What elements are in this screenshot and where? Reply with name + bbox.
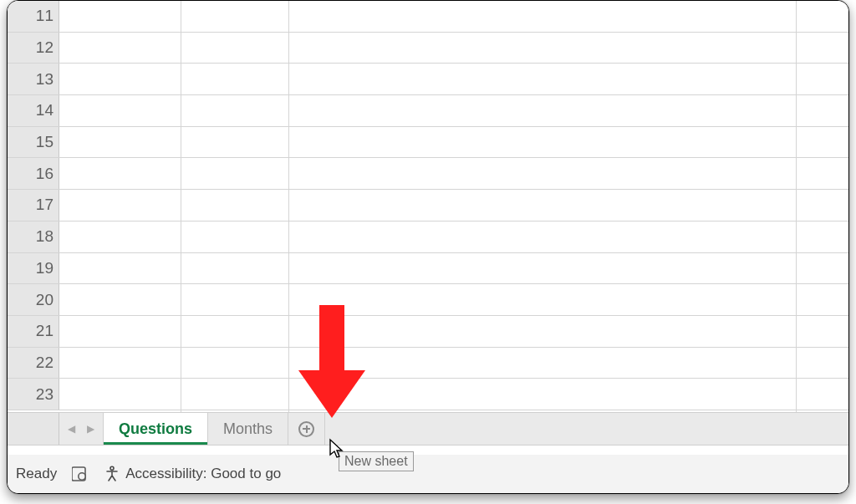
excel-window: 11121314151617181920212223 ◀ ▶ Questions…: [7, 0, 849, 494]
row-header-corner: [8, 413, 59, 445]
row-cells[interactable]: [59, 64, 848, 94]
tab-scroll-left-icon[interactable]: ◀: [68, 424, 75, 434]
sheet-tab-months[interactable]: Months: [208, 413, 288, 445]
row-header[interactable]: 21: [8, 316, 59, 347]
svg-point-1: [79, 473, 85, 480]
row-header[interactable]: 11: [8, 1, 59, 32]
row-header[interactable]: 15: [8, 127, 59, 158]
grid-row[interactable]: 12: [8, 33, 848, 64]
new-sheet-button[interactable]: [288, 413, 325, 445]
plus-icon: [298, 421, 314, 437]
accessibility-label: Accessibility: Good to go: [125, 466, 281, 482]
row-header[interactable]: 12: [8, 33, 59, 64]
grid-row[interactable]: 19: [8, 253, 848, 285]
tab-scroll-buttons: ◀ ▶: [59, 413, 103, 445]
grid-row[interactable]: 14: [8, 95, 848, 127]
row-cells[interactable]: [59, 127, 848, 158]
accessibility-icon: [104, 466, 120, 482]
row-cells[interactable]: [59, 95, 848, 126]
grid-row[interactable]: 13: [8, 64, 848, 95]
grid-row[interactable]: 15: [8, 127, 848, 159]
row-cells[interactable]: [59, 221, 848, 252]
grid-row[interactable]: 11: [8, 1, 848, 33]
row-cells[interactable]: [59, 1, 848, 32]
row-cells[interactable]: [59, 284, 848, 315]
status-bar: Ready Accessibility: Good to go: [8, 455, 848, 493]
macro-record-icon[interactable]: [72, 466, 89, 482]
row-header[interactable]: 18: [8, 221, 59, 252]
row-header[interactable]: 22: [8, 348, 59, 379]
row-header[interactable]: 14: [8, 95, 59, 126]
grid-row[interactable]: 21: [8, 316, 848, 348]
sheet-tab-questions[interactable]: Questions: [104, 413, 208, 445]
row-cells[interactable]: [59, 253, 848, 284]
row-cells[interactable]: [59, 348, 848, 379]
grid-row[interactable]: 18: [8, 221, 848, 253]
row-cells[interactable]: [59, 190, 848, 221]
row-header[interactable]: 20: [8, 284, 59, 315]
row-cells[interactable]: [59, 158, 848, 189]
grid-row[interactable]: 22: [8, 348, 848, 379]
accessibility-status[interactable]: Accessibility: Good to go: [104, 466, 281, 482]
new-sheet-tooltip: New sheet: [339, 451, 414, 471]
row-cells[interactable]: [59, 33, 848, 64]
column-gridline: [796, 1, 797, 412]
row-header[interactable]: 16: [8, 158, 59, 189]
row-header[interactable]: 17: [8, 190, 59, 221]
grid-row[interactable]: 16: [8, 158, 848, 190]
row-header[interactable]: 13: [8, 64, 59, 94]
sheet-tabs: Questions Months: [103, 413, 325, 445]
svg-point-2: [110, 466, 114, 470]
row-header[interactable]: 23: [8, 379, 59, 410]
column-gridline: [288, 1, 289, 412]
tab-scroll-right-icon[interactable]: ▶: [87, 424, 94, 434]
column-gridline: [181, 1, 181, 412]
grid-row[interactable]: 20: [8, 284, 848, 316]
row-cells[interactable]: [59, 379, 848, 410]
status-ready: Ready: [16, 466, 57, 482]
grid-row[interactable]: 17: [8, 190, 848, 221]
spreadsheet-grid[interactable]: 11121314151617181920212223: [8, 1, 848, 412]
sheet-tab-label: Months: [223, 420, 273, 438]
row-cells[interactable]: [59, 316, 848, 347]
sheet-tab-label: Questions: [119, 420, 192, 438]
row-header[interactable]: 19: [8, 253, 59, 284]
grid-row[interactable]: 23: [8, 379, 848, 410]
sheet-tab-bar: ◀ ▶ Questions Months: [8, 412, 848, 445]
